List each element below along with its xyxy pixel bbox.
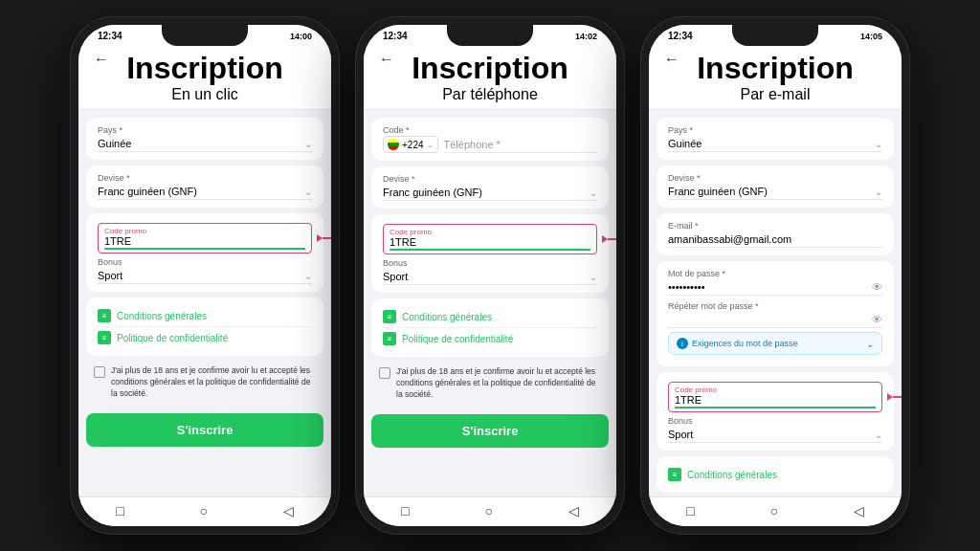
checkbox-row-2: J'ai plus de 18 ans et je confirme avoir… — [371, 361, 609, 407]
back-btn-3[interactable]: ← — [664, 51, 679, 68]
arrow-2 — [602, 235, 616, 243]
bonus-value-3[interactable]: Sport ⌄ — [668, 427, 882, 443]
promo-field-2[interactable]: Code promo 1TRE — [383, 224, 597, 254]
exigences-chevron: ⌄ — [866, 339, 874, 349]
devise-label-1: Devise * — [98, 173, 312, 183]
devise-label-2: Devise * — [383, 174, 597, 184]
phone-2: 12:34 14:02 ← Inscription Par téléphone … — [356, 17, 624, 534]
nav-circle-2[interactable]: ○ — [485, 503, 493, 518]
doc-icon-4: ≡ — [383, 332, 396, 345]
bonus-value-2[interactable]: Sport ⌄ — [383, 269, 597, 285]
pays-label-3: Pays * — [668, 125, 882, 135]
exigences-box[interactable]: i Exigences du mot de passe ⌄ — [668, 332, 882, 355]
conditions-generales-2[interactable]: ≡ Conditions générales — [383, 306, 597, 328]
devise-section-1: Devise * Franc guinéen (GNF) ⌄ — [86, 165, 323, 208]
pays-value-1[interactable]: Guinée ⌄ — [98, 136, 312, 152]
bottom-nav-2: □ ○ ◁ — [364, 496, 616, 526]
checkbox-2[interactable] — [379, 367, 390, 379]
subtitle-1: En un clic — [94, 86, 316, 103]
notch-1 — [162, 25, 248, 46]
devise-value-1[interactable]: Franc guinéen (GNF) ⌄ — [98, 184, 312, 200]
nav-square-1[interactable]: □ — [116, 503, 123, 518]
sinscire-btn-2[interactable]: S'inscrire — [371, 414, 609, 448]
checkbox-text-1: J'ai plus de 18 ans et je confirme avoir… — [111, 365, 316, 400]
promo-label-3: Code promo — [675, 386, 876, 394]
nav-back-2[interactable]: ◁ — [568, 503, 579, 518]
promo-value-1: 1TRE — [104, 235, 305, 250]
pays-section-1: Pays * Guinée ⌄ — [86, 118, 323, 160]
code-label: Code * — [383, 125, 597, 135]
screen-1: Pays * Guinée ⌄ Devise * Franc guinéen (… — [78, 110, 331, 496]
phone-1: 12:34 14:00 ← Inscription En un clic Pay… — [71, 17, 339, 534]
title-3: Inscription — [664, 51, 886, 86]
chevron-bonus-1: ⌄ — [304, 271, 312, 281]
time-1: 12:34 — [98, 31, 122, 41]
promo-section-2: Code promo 1TRE Bonus Sport ⌄ — [371, 214, 609, 293]
doc-icon-2: ≡ — [98, 331, 111, 344]
conditions-generales-3[interactable]: ≡ Conditions générales — [668, 464, 882, 485]
phone-3: 12:34 14:05 ← Inscription Par e-mail Pay… — [641, 17, 909, 534]
nav-back-3[interactable]: ◁ — [854, 503, 864, 518]
devise-label-3: Devise * — [668, 173, 882, 183]
chevron-bonus-2: ⌄ — [590, 272, 597, 282]
doc-icon-5: ≡ — [668, 468, 681, 481]
pays-value-3[interactable]: Guinée ⌄ — [668, 136, 882, 152]
repeat-pwd-label: Répéter mot de passe * — [668, 301, 882, 311]
main-container: 12:34 14:00 ← Inscription En un clic Pay… — [52, 0, 928, 551]
clock-3: 14:05 — [860, 32, 882, 41]
screen-2: Code * +224 ⌄ Téléphone * Devise * — [364, 110, 616, 496]
bonus-label-3: Bonus — [668, 416, 882, 426]
email-section-3: E-mail * amanibassabi@gmail.com — [657, 213, 894, 255]
pays-section-3: Pays * Guinée ⌄ — [657, 118, 894, 160]
nav-circle-3[interactable]: ○ — [770, 503, 778, 518]
chevron-pays-1: ⌄ — [304, 139, 312, 149]
promo-value-2: 1TRE — [390, 236, 590, 251]
bonus-label-2: Bonus — [383, 258, 597, 268]
pwd-label-3: Mot de passe * — [668, 269, 882, 278]
pwd-field-3[interactable]: •••••••••• 👁 — [668, 279, 882, 296]
email-label-3: E-mail * — [668, 221, 882, 231]
promo-value-3: 1TRE — [675, 394, 876, 408]
conditions-3: ≡ Conditions générales — [657, 456, 894, 493]
checkbox-text-2: J'ai plus de 18 ans et je confirme avoir… — [396, 366, 601, 401]
tel-row: +224 ⌄ Téléphone * — [383, 136, 597, 153]
back-btn-2[interactable]: ← — [379, 51, 394, 68]
devise-value-2[interactable]: Franc guinéen (GNF) ⌄ — [383, 185, 597, 201]
bonus-value-1[interactable]: Sport ⌄ — [98, 268, 312, 284]
devise-value-3[interactable]: Franc guinéen (GNF) ⌄ — [668, 184, 882, 200]
nav-back-1[interactable]: ◁ — [283, 503, 294, 518]
nav-circle-1[interactable]: ○ — [200, 503, 208, 518]
email-value-3[interactable]: amanibassabi@gmail.com — [668, 231, 882, 248]
back-btn-1[interactable]: ← — [94, 51, 109, 68]
nav-square-2[interactable]: □ — [401, 503, 409, 518]
politique-1[interactable]: ≡ Politique de confidentialité — [98, 327, 312, 348]
checkbox-1[interactable] — [94, 366, 105, 378]
bottom-nav-1: □ ○ ◁ — [78, 496, 331, 526]
promo-label-1: Code promo — [104, 227, 305, 235]
clock-2: 14:02 — [575, 32, 597, 41]
politique-2[interactable]: ≡ Politique de confidentialité — [383, 328, 597, 349]
doc-icon-3: ≡ — [383, 310, 396, 323]
tel-code[interactable]: +224 ⌄ — [383, 136, 438, 153]
chevron-bonus-3: ⌄ — [875, 430, 882, 440]
notch-2 — [447, 25, 533, 46]
eye-icon-1[interactable]: 👁 — [872, 281, 882, 293]
promo-field-3[interactable]: Code promo 1TRE — [668, 382, 882, 412]
subtitle-3: Par e-mail — [664, 86, 886, 103]
title-1: Inscription — [94, 51, 316, 86]
arrow-3 — [887, 393, 902, 401]
telephone-input[interactable]: Téléphone * — [444, 137, 597, 153]
repeat-pwd-row: Répéter mot de passe * 👁 — [668, 301, 882, 328]
time-2: 12:34 — [383, 31, 408, 41]
password-section-3: Mot de passe * •••••••••• 👁 Répéter mot … — [657, 261, 894, 366]
title-2: Inscription — [379, 51, 601, 86]
bonus-label-1: Bonus — [98, 257, 312, 267]
nav-square-3[interactable]: □ — [686, 503, 694, 518]
devise-section-2: Devise * Franc guinéen (GNF) ⌄ — [371, 166, 609, 209]
conditions-generales-1[interactable]: ≡ Conditions générales — [98, 305, 312, 327]
sinscire-btn-1[interactable]: S'inscrire — [86, 413, 323, 447]
repeat-pwd-field[interactable]: 👁 — [668, 312, 882, 328]
promo-field-1[interactable]: Code promo 1TRE — [98, 223, 312, 253]
eye-icon-2[interactable]: 👁 — [872, 314, 882, 325]
promo-section-3: Code promo 1TRE Bonus Sport ⌄ — [657, 372, 894, 451]
